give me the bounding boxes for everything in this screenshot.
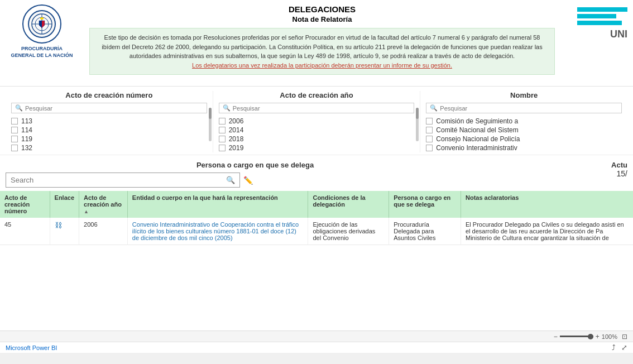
- cell-acto-num: 45: [0, 218, 50, 245]
- description-highlight: Los delegatarios una vez realizada la pa…: [192, 62, 452, 69]
- page-subtitle: Nota de Relatoría: [89, 15, 555, 23]
- teal-bar-2: [577, 14, 616, 18]
- teal-bar-3: [577, 21, 622, 25]
- filter-acto-ano-list: 2006 2014 2018 2019: [219, 117, 415, 152]
- pencil-icon[interactable]: ✏️: [243, 176, 253, 185]
- cell-acto-ano: 2006: [79, 218, 128, 245]
- description-box: Este tipo de decisión es tomada por Reso…: [89, 28, 555, 75]
- logo-svg: [31, 13, 53, 35]
- filter-row: Acto de creación número 🔍 113 114 119 13…: [0, 87, 633, 155]
- list-item[interactable]: 114: [11, 126, 207, 135]
- list-item[interactable]: 2018: [219, 135, 415, 143]
- th-notas: Notas aclaratorias: [461, 191, 633, 218]
- checkbox-nombre-2[interactable]: [426, 127, 433, 133]
- search-acto-ano[interactable]: 🔍: [219, 103, 415, 113]
- persona-label: Persona o cargo en que se delega: [6, 161, 505, 169]
- scrollbar-acto-numero[interactable]: [209, 108, 212, 141]
- th-persona: Persona o cargo en que se delega: [389, 191, 461, 218]
- header: PROCURADURÍA GENERAL DE LA NACIÓN DELEGA…: [0, 0, 633, 87]
- table-row: 45 ⛓ 2006 Convenio Interadministrativo d…: [0, 218, 633, 245]
- table-body: 45 ⛓ 2006 Convenio Interadministrativo d…: [0, 218, 633, 245]
- search-nombre-input[interactable]: [440, 105, 618, 112]
- logo-area: PROCURADURÍA GENERAL DE LA NACIÓN: [6, 4, 78, 59]
- cell-entidad: Convenio Interadministrativo de Cooperac…: [127, 218, 308, 245]
- search-nombre-icon: 🔍: [430, 104, 438, 112]
- list-item[interactable]: 119: [11, 135, 207, 143]
- th-acto-ano: Acto de creación año ▲: [79, 191, 128, 218]
- filter-nombre: Nombre 🔍 Comisión de Seguimiento a Comit…: [420, 91, 627, 152]
- persona-search-box[interactable]: 🔍: [6, 173, 240, 188]
- list-item[interactable]: Comisión de Seguimiento a: [426, 117, 622, 126]
- link-icon[interactable]: ⛓: [55, 221, 62, 229]
- scrollbar-acto-ano[interactable]: [416, 108, 419, 141]
- logo-inner: [28, 10, 56, 38]
- powerbi-link[interactable]: Microsoft Power BI: [6, 344, 57, 351]
- checkbox-2018[interactable]: [219, 136, 226, 142]
- zoom-slider-thumb[interactable]: [588, 334, 593, 339]
- page-fit-icon[interactable]: ⊡: [622, 333, 627, 341]
- checkbox-nombre-3[interactable]: [426, 136, 433, 142]
- checkbox-2014[interactable]: [219, 127, 226, 133]
- filter-acto-numero: Acto de creación número 🔍 113 114 119 13…: [6, 91, 213, 152]
- checkbox-113[interactable]: [11, 118, 18, 124]
- cell-persona: Procuraduría Delegada para Asuntos Civil…: [389, 218, 461, 245]
- search-acto-ano-input[interactable]: [233, 105, 411, 112]
- filter-acto-ano: Acto de creación año 🔍 2006 2014 2018 20…: [213, 91, 421, 152]
- list-item[interactable]: 2006: [219, 117, 415, 126]
- list-item[interactable]: Comité Nacional del Sistem: [426, 126, 622, 135]
- list-item[interactable]: Convenio Interadministrativ: [426, 143, 622, 152]
- th-acto-num: Acto de creación número: [0, 191, 50, 218]
- checkbox-nombre-1[interactable]: [426, 118, 433, 124]
- share-icon[interactable]: ⤴: [612, 343, 616, 352]
- checkbox-2006[interactable]: [219, 118, 226, 124]
- center-content: DELEGACIONES Nota de Relatoría Este tipo…: [78, 4, 566, 75]
- list-item[interactable]: 132: [11, 143, 207, 152]
- list-item[interactable]: 2019: [219, 143, 415, 152]
- zoom-slider[interactable]: [560, 336, 593, 337]
- zoom-plus-button[interactable]: +: [596, 333, 600, 341]
- th-entidad: Entidad o cuerpo en la que hará la repre…: [127, 191, 308, 218]
- sort-arrow-acto-ano[interactable]: ▲: [84, 209, 89, 214]
- actu-label: Actu: [516, 161, 627, 169]
- footer-icons: ⤴ ⤢: [612, 343, 627, 352]
- checkbox-2019[interactable]: [219, 145, 226, 151]
- description-text: Este tipo de decisión es tomada por Reso…: [102, 34, 542, 59]
- list-item[interactable]: 113: [11, 117, 207, 126]
- filter-nombre-label: Nombre: [426, 91, 622, 99]
- search-acto-numero[interactable]: 🔍: [11, 103, 207, 113]
- teal-bars: [577, 7, 627, 25]
- checkbox-114[interactable]: [11, 127, 18, 133]
- cell-enlace[interactable]: ⛓: [50, 218, 79, 245]
- search-acto-ano-icon: 🔍: [223, 104, 231, 112]
- persona-row: Persona o cargo en que se delega 🔍 ✏️ Ac…: [0, 155, 633, 191]
- table-header: Acto de creación número Enlace Acto de c…: [0, 191, 633, 218]
- search-nombre[interactable]: 🔍: [426, 103, 622, 113]
- persona-search-row: 🔍 ✏️: [6, 173, 505, 188]
- th-condiciones: Condiciones de la delegación: [308, 191, 389, 218]
- persona-right: Actu 15/: [516, 161, 627, 178]
- zoom-control: − + 100%: [554, 333, 617, 341]
- teal-bar-1: [577, 7, 627, 12]
- footer-bar: Microsoft Power BI ⤴ ⤢: [0, 342, 633, 353]
- filter-acto-numero-list: 113 114 119 132: [11, 117, 207, 152]
- table-container: Acto de creación número Enlace Acto de c…: [0, 191, 633, 331]
- cell-notas: El Procurador Delegado pa Civiles o su d…: [461, 218, 633, 245]
- search-acto-numero-icon: 🔍: [15, 104, 23, 112]
- checkbox-132[interactable]: [11, 145, 18, 151]
- entidad-text: Convenio Interadministrativo de Cooperac…: [132, 221, 299, 241]
- logo-text-line2: GENERAL DE LA NACIÓN: [11, 52, 73, 59]
- checkbox-119[interactable]: [11, 136, 18, 142]
- checkbox-nombre-4[interactable]: [426, 145, 433, 151]
- zoom-minus-button[interactable]: −: [554, 333, 558, 341]
- search-icon: 🔍: [226, 176, 235, 184]
- list-item[interactable]: Consejo Nacional de Policía: [426, 135, 622, 143]
- persona-search-input[interactable]: [11, 176, 226, 184]
- actu-value: 15/: [516, 169, 627, 178]
- filter-acto-numero-label: Acto de creación número: [11, 91, 207, 99]
- logo-circle: [22, 4, 61, 44]
- cell-condiciones: Ejecución de las obligaciones derivadas …: [308, 218, 389, 245]
- expand-icon[interactable]: ⤢: [621, 343, 627, 352]
- search-acto-numero-input[interactable]: [25, 105, 203, 112]
- zoom-percent: 100%: [602, 333, 617, 340]
- list-item[interactable]: 2014: [219, 126, 415, 135]
